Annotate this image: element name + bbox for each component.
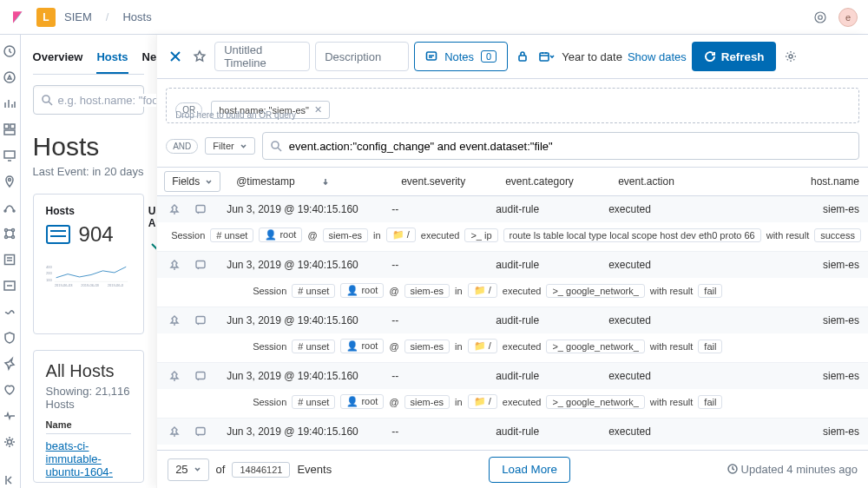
- chevron-down-icon: [194, 465, 201, 473]
- nav-logs-icon[interactable]: [2, 252, 17, 267]
- nav-rail: [0, 35, 21, 488]
- close-icon[interactable]: [166, 47, 185, 66]
- note-icon[interactable]: [194, 203, 207, 215]
- svg-point-11: [5, 229, 8, 232]
- note-icon[interactable]: [194, 259, 207, 271]
- tab-hosts[interactable]: Hosts: [96, 42, 128, 74]
- svg-point-14: [12, 236, 15, 239]
- events-label: Events: [297, 463, 332, 476]
- cell-category: audit-rule: [487, 425, 600, 438]
- timeline-query-input[interactable]: [262, 132, 859, 160]
- nav-siem-icon[interactable]: [2, 330, 17, 346]
- nav-management-icon[interactable]: [2, 434, 17, 450]
- load-more-button[interactable]: Load More: [489, 457, 570, 483]
- nav-recent-icon[interactable]: [2, 43, 17, 59]
- svg-point-17: [8, 440, 12, 445]
- note-icon[interactable]: [194, 370, 207, 382]
- svg-point-1: [819, 15, 823, 19]
- svg-rect-27: [519, 56, 526, 61]
- nav-monitoring-icon[interactable]: [2, 382, 17, 398]
- nav-uptime-icon[interactable]: [2, 304, 17, 320]
- cell-timestamp: Jun 3, 2019 @ 19:40:15.160: [218, 370, 383, 382]
- pin-icon[interactable]: [168, 314, 181, 326]
- kibana-logo-icon[interactable]: [10, 9, 28, 26]
- pin-icon[interactable]: [168, 425, 181, 438]
- nav-heartbeat-icon[interactable]: [2, 408, 17, 424]
- gear-icon[interactable]: [781, 47, 800, 66]
- notes-button[interactable]: Notes 0: [414, 42, 508, 71]
- table-row: Jun 3, 2019 @ 19:40:15.160--audit-ruleex…: [157, 252, 868, 307]
- pin-icon[interactable]: [168, 203, 181, 215]
- svg-text:200: 200: [46, 271, 52, 275]
- table-row: Jun 3, 2019 @ 19:40:15.160--audit-ruleex…: [157, 419, 868, 450]
- calendar-icon[interactable]: [537, 47, 556, 66]
- kql-input[interactable]: [58, 94, 157, 107]
- search-icon: [270, 140, 282, 152]
- table-footer: 25 of 14846121 Events Load More Updated …: [157, 450, 868, 488]
- lock-icon[interactable]: [513, 47, 532, 66]
- breadcrumb-app[interactable]: SIEM: [64, 10, 92, 23]
- nav-discover-icon[interactable]: [2, 69, 17, 85]
- note-icon[interactable]: [194, 314, 207, 326]
- news-icon[interactable]: [811, 8, 830, 27]
- svg-rect-7: [4, 151, 15, 158]
- star-icon[interactable]: [190, 47, 209, 66]
- or-drop-zone[interactable]: OR host.name: "siem-es"✕ Drop here to bu…: [166, 88, 859, 123]
- nav-canvas-icon[interactable]: [2, 148, 17, 163]
- cell-action: executed: [600, 425, 708, 438]
- timeline-title-input[interactable]: Untitled Timeline: [214, 42, 310, 71]
- top-bar: L SIEM / Hosts e: [0, 0, 868, 35]
- col-hostname[interactable]: host.name: [718, 175, 868, 188]
- nav-ml-icon[interactable]: [2, 200, 17, 215]
- pin-icon[interactable]: [168, 259, 181, 271]
- nav-devtools-icon[interactable]: [2, 356, 17, 372]
- col-severity[interactable]: event.severity: [392, 175, 496, 188]
- sort-desc-icon[interactable]: [321, 177, 330, 186]
- col-category[interactable]: event.category: [496, 175, 609, 188]
- host-row-link[interactable]: beats-ci-immutable-ubuntu-1604-: [46, 439, 113, 478]
- remove-filter-icon[interactable]: ✕: [314, 104, 322, 115]
- nav-apm-icon[interactable]: [2, 278, 17, 293]
- col-timestamp[interactable]: @timestamp: [236, 175, 295, 188]
- updated-label: Updated 4 minutes ago: [727, 463, 858, 476]
- kql-search[interactable]: [33, 85, 145, 115]
- cell-category: audit-rule: [487, 203, 600, 215]
- cell-timestamp: Jun 3, 2019 @ 19:40:15.160: [218, 259, 383, 271]
- stats-card: Hosts 904 User A 400 200 100: [33, 194, 145, 334]
- hosts-histogram: 400 200 100 2019-06-03 2019-06-03 2019-0…: [46, 262, 132, 323]
- refresh-button[interactable]: Refresh: [692, 42, 777, 71]
- nav-infra-icon[interactable]: [2, 226, 17, 241]
- note-icon[interactable]: [194, 425, 207, 438]
- cell-severity: --: [383, 370, 487, 382]
- nav-collapse-icon[interactable]: [2, 472, 17, 488]
- svg-rect-4: [4, 124, 9, 129]
- filter-button[interactable]: Filter: [205, 137, 254, 155]
- user-avatar[interactable]: e: [838, 8, 858, 27]
- cell-severity: --: [383, 259, 487, 271]
- breadcrumb-page: Hosts: [122, 10, 151, 23]
- space-badge[interactable]: L: [36, 8, 56, 27]
- svg-text:2019-06-03: 2019-06-03: [54, 283, 72, 287]
- nav-dashboard-icon[interactable]: [2, 122, 17, 137]
- row-detail: Session# unset👤 root@siem-esin📁 /execute…: [157, 222, 868, 251]
- usera-check-icon: [148, 234, 157, 254]
- cell-hostname: siem-es: [708, 203, 868, 215]
- pin-icon[interactable]: [168, 370, 181, 382]
- nav-visualize-icon[interactable]: [2, 96, 17, 111]
- nav-maps-icon[interactable]: [2, 174, 17, 189]
- timeline-query-field[interactable]: [289, 140, 852, 153]
- page-size-select[interactable]: 25: [168, 458, 208, 481]
- fields-button[interactable]: Fields: [164, 171, 220, 192]
- search-icon: [41, 94, 53, 106]
- svg-rect-31: [196, 206, 205, 213]
- cell-timestamp: Jun 3, 2019 @ 19:40:15.160: [218, 203, 383, 215]
- tab-network[interactable]: Network: [142, 42, 157, 74]
- row-detail: Session# unset👤 root@siem-esin📁 /execute…: [157, 333, 868, 362]
- tab-overview[interactable]: Overview: [33, 42, 83, 74]
- show-dates-link[interactable]: Show dates: [628, 50, 687, 63]
- timeline-desc-input[interactable]: Description: [315, 42, 409, 71]
- cell-hostname: siem-es: [708, 314, 868, 326]
- notes-count-badge: 0: [481, 50, 496, 63]
- chevron-down-icon: [205, 178, 213, 186]
- col-action[interactable]: event.action: [609, 175, 718, 188]
